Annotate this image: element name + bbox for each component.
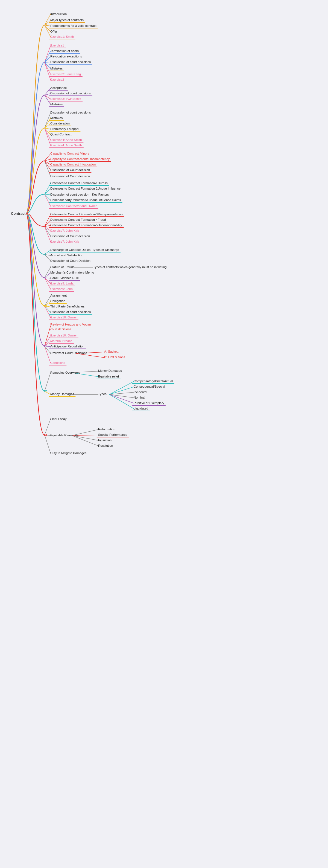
node-remedies-overview[interactable]: Remedies Overviews: [48, 370, 82, 375]
node-defense3[interactable]: Defenses to Contract Formation-3Misrepre…: [48, 212, 124, 217]
node-capacity-mental[interactable]: Capacity to Contract-Mental Incompetency: [48, 157, 111, 162]
node-requirements[interactable]: Requirements for a valid contract: [48, 24, 98, 28]
node-capacity-minors[interactable]: Capacity to Contract-Minors: [48, 151, 91, 156]
node-accord[interactable]: Accord and Satisfaction: [48, 253, 85, 257]
node-disc-court8[interactable]: Discussion of Court Decision: [48, 258, 92, 263]
number-8: 8: [43, 252, 48, 257]
svg-line-71: [109, 395, 134, 409]
number-5: 5: [43, 159, 48, 163]
node-money-damages-ov[interactable]: Money Damages: [97, 369, 124, 373]
node-offer[interactable]: Offer: [48, 29, 59, 34]
node-ex2-jane[interactable]: Exercise2: Jane Kang: [48, 72, 83, 77]
node-review-hz[interactable]: Review of Herzog and Vogan: [48, 322, 93, 327]
node-termination[interactable]: Termination of offers: [48, 49, 80, 54]
node-incidental[interactable]: Incidental: [132, 390, 149, 394]
number-2: 2: [43, 60, 48, 65]
node-defense1[interactable]: Defenses to Contract Formation-1Duress: [48, 181, 109, 186]
node-types-label: Types: [97, 392, 108, 396]
node-statute[interactable]: Statute of Frauds: [48, 265, 76, 269]
node-compensatory[interactable]: Compensatory/Direct/Actual: [132, 379, 174, 384]
node-disc-court2[interactable]: Discussion of court decisions: [48, 60, 92, 65]
node-mistakes4[interactable]: Mistakes: [48, 116, 64, 121]
node-ex1-smith[interactable]: Exercise1: Smith: [48, 34, 75, 39]
node-disc-court10[interactable]: Discussion of court decisions: [48, 310, 92, 315]
node-promissory[interactable]: Promissory Estoppel: [48, 127, 80, 131]
number-1: 1: [44, 23, 48, 27]
node-disc-court3[interactable]: Discussion of court decisions: [48, 91, 92, 96]
node-special-perf[interactable]: Special Performance: [97, 433, 129, 437]
node-quasi[interactable]: Quasi-Contract: [48, 132, 73, 136]
svg-line-70: [109, 395, 134, 403]
number-6: 6: [43, 192, 48, 196]
node-equitable-relief[interactable]: Equitable relief: [97, 374, 121, 379]
node-defense5[interactable]: Defenses to Contract Formation-5Unconsci…: [48, 223, 124, 228]
root-node: Contract: [11, 212, 25, 216]
node-dominant[interactable]: Dominant party rebuttals to undue influe…: [48, 198, 123, 203]
node-disc-court4[interactable]: Discussion of court decisions: [48, 110, 92, 115]
node-ex4-anne2[interactable]: Exercise4: Anne Smith: [48, 143, 84, 148]
node-ex6[interactable]: Exercise6: Contractor and Owner: [48, 204, 98, 209]
node-consequential[interactable]: Consequential/Special: [132, 384, 166, 389]
node-mistakes3[interactable]: Mistakes: [48, 102, 64, 107]
number-9: 9: [43, 276, 48, 280]
number-3: 3: [43, 93, 48, 97]
node-duty-mitigate[interactable]: Duty to Mitigate Damages: [48, 451, 88, 455]
node-ex7-kirk1[interactable]: Exercise7: John Kirk: [48, 228, 80, 234]
node-acceptance[interactable]: Acceptance: [48, 86, 68, 91]
node-third-party[interactable]: Third Party Beneficiaries: [48, 304, 86, 309]
node-mistakes2[interactable]: Mistakes: [48, 66, 64, 71]
node-ex9-john[interactable]: Exercise9: John: [48, 287, 74, 291]
node-liquidated[interactable]: Liquidated: [132, 406, 150, 411]
node-injunction[interactable]: Injunction: [97, 438, 113, 442]
node-defense2[interactable]: Defenses to Contract Formation-2Undue In…: [48, 186, 122, 191]
svg-line-74: [44, 435, 51, 453]
node-ex1[interactable]: Exercise1: [48, 43, 66, 48]
node-punitive[interactable]: Punitive or Exemplary: [132, 401, 166, 406]
root-label: Contract: [11, 212, 25, 216]
svg-line-67: [109, 387, 134, 395]
node-flatt[interactable]: B: Flatt & Sons: [102, 355, 127, 359]
node-ex7-kirk2[interactable]: Exercise7: John Kirk: [48, 239, 80, 244]
mindmap-container: Contract 1 Introduction Major types of c…: [0, 0, 328, 868]
node-sackett[interactable]: A: Sackett: [102, 349, 120, 354]
node-disc-court5b[interactable]: Discussion of Court decision: [48, 174, 92, 178]
node-parol[interactable]: Parol Evidence Rule: [48, 276, 80, 281]
node-reformation[interactable]: Reformation: [97, 427, 117, 431]
node-consideration[interactable]: Consideration: [48, 121, 71, 126]
node-review-hz2[interactable]: court decisions: [48, 327, 73, 331]
node-nominal[interactable]: Nominal: [132, 395, 147, 400]
node-material-breach[interactable]: Material Breach: [48, 339, 74, 344]
node-ex10-owner1[interactable]: Exercise10: Owner: [48, 315, 78, 320]
node-disc-court5a[interactable]: Discussion of Court decision: [48, 168, 92, 173]
node-intro[interactable]: Introduction: [48, 12, 68, 16]
node-ex3-irwin[interactable]: Exercise3: Irwin Schiff: [48, 97, 83, 101]
svg-line-68: [109, 392, 134, 395]
node-equitable-remedies[interactable]: Equitable Remedies: [48, 433, 80, 437]
node-types-writing[interactable]: Types of contracts which generally must …: [92, 265, 168, 269]
node-conditions[interactable]: Conditions: [48, 361, 67, 366]
node-major-types[interactable]: Major types of contracts: [48, 18, 85, 23]
node-revocation[interactable]: Revocation exceptions: [48, 54, 84, 59]
node-disc-court6-key[interactable]: Discussion of court decision - Key Facto…: [48, 192, 110, 197]
node-delegation[interactable]: Delegation: [48, 299, 67, 304]
node-money-damages[interactable]: Money Damages: [48, 392, 76, 397]
number-11: 11: [42, 344, 48, 348]
node-defense4[interactable]: Defenses to Contract Formation-4Fraud: [48, 217, 107, 222]
node-final-essay[interactable]: Final Essay: [48, 416, 68, 421]
svg-line-66: [109, 381, 134, 395]
svg-line-69: [109, 395, 134, 398]
node-ex9-linda[interactable]: Exercise9: Linda: [48, 281, 75, 286]
node-discharge[interactable]: Discharge of Contract Duties: Types of D…: [48, 248, 121, 252]
node-disc-court7[interactable]: Discussion of Court decision: [48, 234, 92, 238]
node-anticipatory[interactable]: Anticipatory Repudiation: [48, 344, 86, 349]
node-assignment[interactable]: Assignment: [48, 293, 68, 298]
node-merchant[interactable]: Merchant's Confirmatory Memo: [48, 270, 96, 275]
node-ex10-owner2[interactable]: Exercise10: Owner: [48, 333, 78, 338]
number-10: 10: [42, 304, 48, 308]
node-review-court[interactable]: Review of Court Decisions: [48, 351, 89, 355]
node-capacity-intox[interactable]: Capacity to Contract-Intoxication: [48, 162, 97, 167]
number-4: 4: [43, 126, 48, 130]
node-restitution[interactable]: Restitution: [97, 443, 114, 448]
node-ex4-anne1[interactable]: Exercise4: Anne Smith: [48, 137, 84, 143]
node-ex2[interactable]: Exercise2: [48, 78, 66, 82]
